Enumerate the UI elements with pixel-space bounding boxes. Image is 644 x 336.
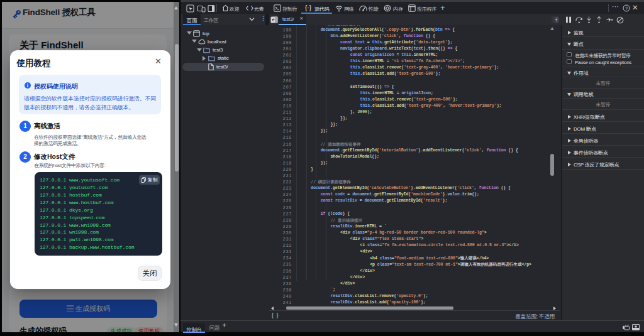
svg-text:?: ?: [625, 5, 628, 11]
